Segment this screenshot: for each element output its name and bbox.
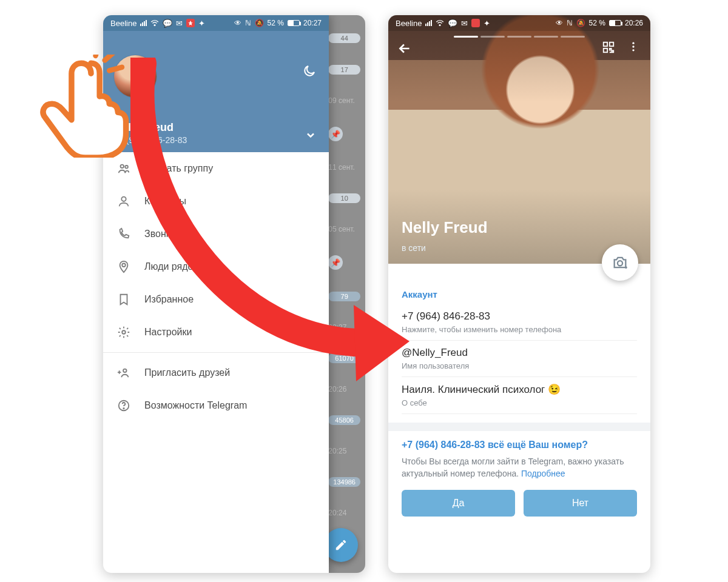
wifi-icon [150, 19, 159, 27]
calls-icon [116, 227, 131, 241]
signal-icon [140, 20, 147, 26]
navigation-drawer: Beeline 💬 ✉ ✦ 👁 ℕ 🔕 52 % 20:27 [103, 15, 329, 573]
svg-point-13 [632, 42, 634, 44]
row-bio[interactable]: Наиля. Клинический психолог 😉 О себе [402, 377, 637, 414]
username-value: @Nelly_Freud [402, 347, 637, 359]
nearby-icon [116, 260, 131, 273]
svg-point-8 [123, 408, 124, 409]
drawer-menu: Создать группу Контакты Звонки Люди рядо… [103, 152, 329, 422]
svg-point-9 [440, 25, 441, 26]
saved-icon [116, 293, 131, 306]
bio-value: Наиля. Клинический психолог 😉 [402, 383, 637, 396]
menu-item-new-group[interactable]: Создать группу [103, 152, 329, 185]
menu-label: Люди рядом [144, 261, 200, 272]
battery-percent: 52 % [589, 19, 605, 27]
more-options-button[interactable] [627, 41, 639, 53]
chat-time: 20:26 [328, 385, 360, 393]
svg-line-17 [105, 55, 114, 60]
unread-badge: 79 [328, 292, 360, 301]
unread-badge: 61070 [328, 353, 360, 363]
signal-icon [425, 20, 432, 26]
carrier-label: Beeline [396, 19, 422, 28]
bell-off-icon: 🔕 [576, 19, 585, 27]
learn-more-link[interactable]: Подробнее [521, 469, 565, 478]
chat-date: 09 сент. [328, 96, 360, 105]
bell-off-icon: 🔕 [255, 19, 264, 27]
confirm-phone-title: +7 (964) 846-28-83 всё ещё Ваш номер? [402, 440, 637, 450]
row-phone-number[interactable]: +7 (964) 846-28-83 Нажмите, чтобы измени… [402, 304, 637, 341]
clock-label: 20:27 [303, 19, 322, 27]
menu-item-people-nearby[interactable]: Люди рядом [103, 250, 329, 283]
expand-accounts-button[interactable] [305, 129, 317, 141]
invite-icon [116, 366, 131, 380]
qr-code-button[interactable] [602, 41, 615, 54]
row-username[interactable]: @Nelly_Freud Имя пользователя [402, 341, 637, 377]
menu-label: Контакты [144, 196, 186, 207]
battery-icon [288, 20, 300, 26]
svg-point-0 [155, 25, 156, 26]
svg-point-14 [632, 45, 634, 47]
svg-line-18 [109, 67, 122, 71]
chat-time: 20:24 [328, 509, 360, 517]
menu-item-telegram-faq[interactable]: Возможности Telegram [103, 389, 329, 422]
chat-time: 20:27 [328, 323, 360, 332]
chat-bubble-icon: 💬 [448, 19, 457, 28]
svg-rect-10 [604, 42, 607, 46]
profile-body: Аккаунт +7 (964) 846-28-83 Нажмите, чтоб… [388, 264, 650, 517]
drawer-user-name: Nelly Freud [114, 121, 318, 134]
unread-badge: 134986 [328, 477, 360, 487]
confirm-no-button[interactable]: Нет [524, 490, 637, 517]
svg-point-3 [121, 197, 126, 201]
chat-date: 11 сент. [328, 163, 360, 172]
chat-date: 05 сент. [328, 225, 360, 233]
sparkle-icon: ✦ [198, 19, 205, 28]
wifi-icon [436, 19, 444, 27]
back-button[interactable] [397, 41, 413, 56]
unread-badge: 45806 [328, 415, 360, 425]
menu-item-invite-friends[interactable]: Пригласить друзей [103, 356, 329, 389]
section-title-account: Аккаунт [402, 289, 637, 299]
svg-rect-12 [604, 48, 607, 52]
eye-icon: 👁 [234, 19, 241, 27]
unread-badge: 17 [328, 65, 360, 75]
menu-divider [103, 352, 329, 353]
change-photo-button[interactable] [602, 244, 638, 281]
sparkle-icon: ✦ [484, 19, 490, 28]
menu-item-settings[interactable]: Настройки [103, 316, 329, 349]
svg-point-16 [618, 261, 622, 266]
profile-hero-photo[interactable]: Beeline 💬 ✉ ✦ 👁 ℕ 🔕 52 % 20:26 [388, 15, 650, 264]
menu-label: Возможности Telegram [144, 400, 247, 411]
notification-app-icon [186, 19, 195, 27]
unread-badge: 10 [328, 193, 360, 203]
svg-point-4 [122, 264, 126, 267]
chat-time: 20:25 [328, 447, 360, 455]
screenshot-right: Beeline 💬 ✉ ✦ 👁 ℕ 🔕 52 % 20:26 [388, 15, 650, 573]
nfc-icon: ℕ [567, 19, 573, 27]
confirm-yes-button[interactable]: Да [402, 490, 515, 517]
menu-item-contacts[interactable]: Контакты [103, 185, 329, 218]
compose-fab[interactable] [324, 528, 358, 562]
menu-item-calls[interactable]: Звонки [103, 218, 329, 250]
pin-icon: 📌 [328, 255, 343, 270]
clock-label: 20:26 [625, 19, 643, 27]
message-icon: ✉ [176, 19, 183, 28]
svg-rect-11 [610, 42, 613, 46]
photo-page-indicator [454, 36, 585, 38]
status-bar: Beeline 💬 ✉ ✦ 👁 ℕ 🔕 52 % 20:27 [103, 15, 329, 31]
phone-value: +7 (964) 846-28-83 [402, 310, 637, 323]
menu-item-saved-messages[interactable]: Избранное [103, 283, 329, 316]
menu-label: Избранное [144, 294, 194, 305]
menu-label: Создать группу [144, 163, 213, 174]
notification-app-icon [471, 19, 480, 27]
menu-label: Настройки [144, 327, 192, 338]
battery-icon [609, 20, 621, 26]
svg-point-2 [125, 166, 128, 169]
phone-hint: Нажмите, чтобы изменить номер телефона [402, 325, 637, 334]
status-bar: Beeline 💬 ✉ ✦ 👁 ℕ 🔕 52 % 20:26 [388, 15, 650, 31]
night-mode-toggle[interactable] [301, 62, 318, 79]
drawer-header: Nelly Freud +7 (964) 846-28-83 [103, 31, 329, 152]
chat-list-background: 44 17 09 сент. 📌 11 сент. 10 05 сент. 📌 … [329, 15, 365, 573]
settings-icon [116, 326, 131, 339]
confirm-phone-text: Чтобы Вы всегда могли зайти в Telegram, … [402, 455, 637, 480]
help-icon [116, 399, 131, 412]
